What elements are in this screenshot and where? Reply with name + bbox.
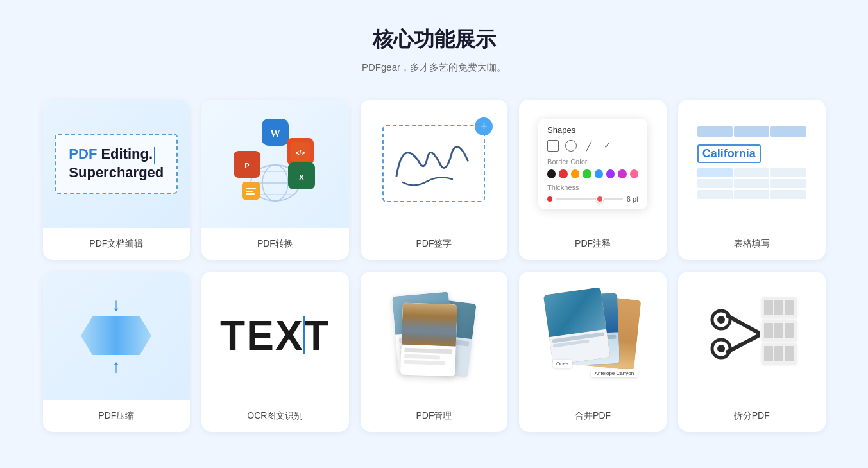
card-pdf-edit[interactable]: PDF Editing.Supercharged PDF文档编辑 (43, 100, 191, 260)
word-icon: W (262, 119, 289, 146)
split-visual (704, 291, 800, 381)
ocr-text-display: T E X T (220, 315, 330, 356)
page-subtitle: PDFgear，多才多艺的免费大咖。 (362, 62, 506, 74)
thickness-track (556, 198, 623, 200)
card-pdf-convert-image: W </> P (201, 100, 349, 228)
col2-header (734, 126, 769, 137)
table-row-1 (697, 168, 806, 177)
ocr-cursor (303, 316, 305, 354)
cell-5 (734, 179, 769, 188)
features-grid-row2: ↓ ↑ PDF压缩 T E (43, 272, 826, 432)
merge-stack: Ocea Antelope Canyon (548, 291, 638, 381)
card-pdf-manage[interactable]: PDF管理 (361, 272, 508, 432)
svg-rect-16 (246, 193, 255, 195)
cell-1 (697, 168, 733, 177)
plus-icon: + (475, 117, 493, 135)
html-icon: </> (287, 138, 314, 165)
card-pdf-merge[interactable]: Ocea Antelope Canyon 合并PDF (519, 272, 667, 432)
page-title: 核心功能展示 (373, 26, 496, 54)
color-lightpink (630, 169, 638, 178)
card-ocr-label: OCR图文识别 (241, 400, 309, 432)
pdf-page-main (401, 303, 458, 377)
convert-icons: W </> P (230, 119, 320, 209)
california-text: California (697, 144, 761, 163)
arrow-down-icon: ↓ (112, 296, 121, 314)
pdf-text-lines (401, 345, 456, 369)
svg-point-21 (717, 345, 725, 352)
split-pages (762, 297, 797, 364)
color-palette (547, 169, 638, 178)
merge-label-1: Ocea (553, 360, 572, 368)
card-pdf-merge-label: 合并PDF (568, 400, 617, 432)
pdf-edit-dashed-box: PDF Editing.Supercharged (55, 134, 178, 193)
card-pdf-manage-label: PDF管理 (409, 400, 458, 432)
col1-header (697, 126, 733, 137)
circle-shape (565, 140, 577, 152)
border-color-label: Border Color (547, 158, 638, 166)
svg-text:W: W (270, 128, 280, 139)
arrow-up-icon: ↑ (112, 358, 121, 376)
card-pdf-sign-label: PDF签字 (409, 228, 458, 260)
card-ocr[interactable]: T E X T OCR图文识别 (201, 272, 349, 432)
thickness-slider-row: 6 pt (547, 195, 638, 203)
color-blue (595, 169, 603, 178)
features-grid-row1: PDF Editing.Supercharged PDF文档编辑 (43, 100, 826, 260)
check-shape: ✓ (601, 140, 613, 152)
ocr-X-wrap: X (275, 315, 304, 356)
split-page-3 (762, 343, 797, 364)
card-pdf-edit-label: PDF文档编辑 (83, 228, 149, 260)
merge-card-front (543, 287, 610, 365)
line-shape: ╱ (583, 140, 595, 152)
card-pdf-annotate-label: PDF注释 (568, 228, 617, 260)
card-pdf-split-image (678, 272, 826, 400)
cell-7 (697, 190, 733, 199)
card-pdf-convert[interactable]: W </> P (201, 100, 349, 260)
card-ocr-image: T E X T (201, 272, 349, 400)
card-pdf-compress-label: PDF压缩 (92, 400, 140, 432)
ocr-T2: T (304, 315, 330, 356)
table-preview: California (697, 126, 806, 201)
color-green (583, 169, 591, 178)
ocr-T: T (220, 315, 246, 356)
table-row-2 (697, 179, 806, 188)
card-pdf-compress-image: ↓ ↑ (43, 272, 191, 400)
compress-visual: ↓ ↑ (81, 296, 151, 376)
card-pdf-convert-label: PDF转换 (251, 228, 300, 260)
thickness-value: 6 pt (627, 195, 638, 203)
svg-rect-15 (246, 191, 253, 192)
ppt-icon: P (234, 151, 260, 178)
thickness-label: Thickness (547, 184, 638, 191)
color-black (547, 169, 556, 178)
card-pdf-sign-image: + (361, 100, 508, 228)
card-table-fill-label: 表格填写 (728, 228, 776, 260)
card-pdf-merge-image: Ocea Antelope Canyon (519, 272, 667, 400)
city-photo (402, 303, 457, 347)
svg-text:</>: </> (296, 150, 305, 157)
svg-point-19 (717, 316, 725, 324)
card-pdf-split[interactable]: 拆分PDF (678, 272, 826, 432)
signature-box: + (382, 125, 485, 202)
color-purple (606, 169, 615, 178)
excel-icon: X (288, 162, 315, 189)
scissors-icon (707, 300, 765, 371)
california-row: California (697, 139, 806, 166)
card-pdf-compress[interactable]: ↓ ↑ PDF压缩 (43, 272, 191, 432)
card-pdf-annotate[interactable]: Shapes ╱ ✓ Border Color (519, 100, 667, 260)
compress-shape (81, 316, 151, 355)
svg-line-23 (728, 336, 758, 352)
card-pdf-sign[interactable]: + PDF签字 (361, 100, 508, 260)
col3-header (770, 126, 806, 137)
color-red (559, 169, 567, 178)
cell-9 (770, 190, 806, 199)
thickness-thumb (596, 195, 604, 203)
card-table-fill[interactable]: California 表格 (678, 100, 826, 260)
cell-4 (697, 179, 733, 188)
doc-icon (242, 182, 260, 202)
shape-tools: ╱ ✓ (547, 140, 638, 152)
card-table-fill-image: California (678, 100, 826, 228)
color-pink (618, 169, 626, 178)
thickness-dot (547, 196, 552, 202)
shapes-title: Shapes (547, 125, 638, 135)
ocr-X: X (275, 313, 304, 359)
merge-label-2: Antelope Canyon (591, 369, 638, 377)
